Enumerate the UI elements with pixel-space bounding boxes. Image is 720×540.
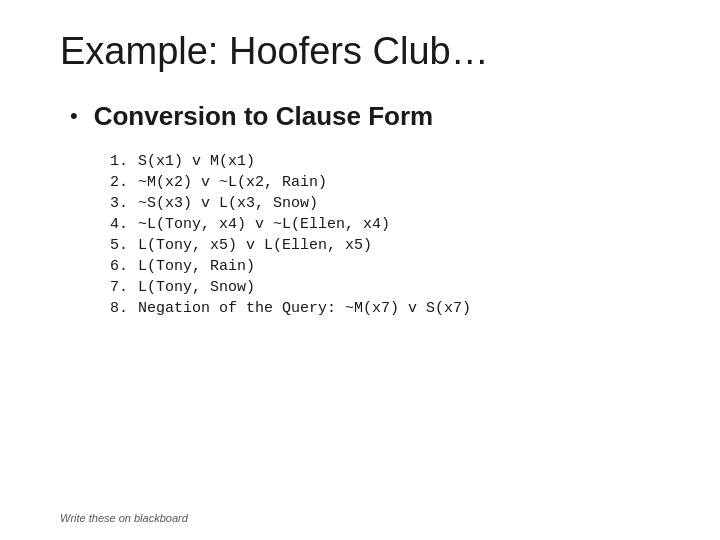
- numbered-list: 1.S(x1) v M(x1)2.~M(x2) v ~L(x2, Rain)3.…: [110, 154, 660, 316]
- item-number: 8.: [110, 301, 138, 316]
- item-number: 6.: [110, 259, 138, 274]
- list-item: 1.S(x1) v M(x1): [110, 154, 660, 169]
- bullet-label: Conversion to Clause Form: [94, 101, 434, 132]
- item-number: 1.: [110, 154, 138, 169]
- list-item: 7.L(Tony, Snow): [110, 280, 660, 295]
- list-item: 2.~M(x2) v ~L(x2, Rain): [110, 175, 660, 190]
- item-content: L(Tony, x5) v L(Ellen, x5): [138, 238, 372, 253]
- item-number: 3.: [110, 196, 138, 211]
- list-item: 5.L(Tony, x5) v L(Ellen, x5): [110, 238, 660, 253]
- item-content: S(x1) v M(x1): [138, 154, 255, 169]
- list-item: 6.L(Tony, Rain): [110, 259, 660, 274]
- item-number: 7.: [110, 280, 138, 295]
- list-item: 8.Negation of the Query: ~M(x7) v S(x7): [110, 301, 660, 316]
- list-item: 4.~L(Tony, x4) v ~L(Ellen, x4): [110, 217, 660, 232]
- item-content: ~S(x3) v L(x3, Snow): [138, 196, 318, 211]
- slide: Example: Hoofers Club… • Conversion to C…: [0, 0, 720, 540]
- footer-note: Write these on blackboard: [60, 512, 188, 524]
- slide-title: Example: Hoofers Club…: [60, 30, 660, 73]
- item-number: 4.: [110, 217, 138, 232]
- item-content: ~L(Tony, x4) v ~L(Ellen, x4): [138, 217, 390, 232]
- bullet-dot: •: [70, 103, 78, 129]
- item-number: 2.: [110, 175, 138, 190]
- item-content: ~M(x2) v ~L(x2, Rain): [138, 175, 327, 190]
- item-content: L(Tony, Snow): [138, 280, 255, 295]
- item-content: Negation of the Query: ~M(x7) v S(x7): [138, 301, 471, 316]
- item-content: L(Tony, Rain): [138, 259, 255, 274]
- bullet-section: • Conversion to Clause Form: [70, 101, 660, 132]
- item-number: 5.: [110, 238, 138, 253]
- list-item: 3.~S(x3) v L(x3, Snow): [110, 196, 660, 211]
